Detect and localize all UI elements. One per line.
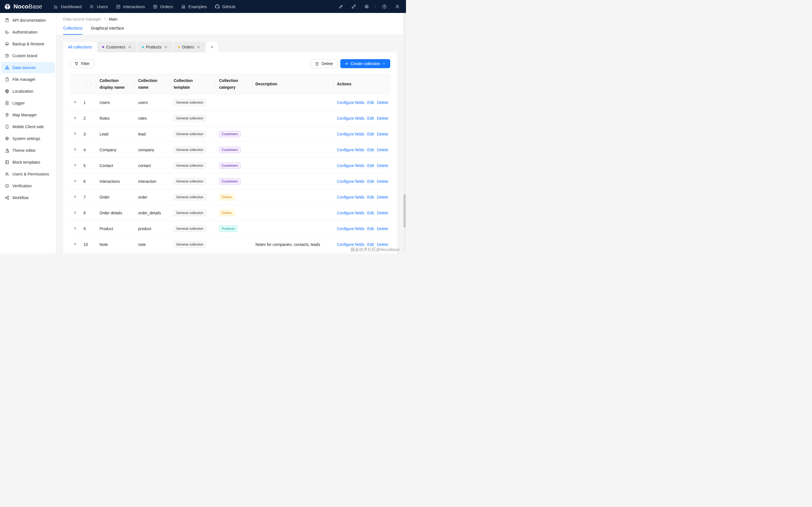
drag-handle[interactable]: [70, 163, 80, 168]
category-tag: Products: [219, 226, 238, 232]
description-cell: Notes for companies, contacts, leads: [252, 242, 334, 247]
drag-handle[interactable]: [70, 179, 80, 184]
row-number: 7: [80, 195, 96, 200]
drag-handle[interactable]: [70, 131, 80, 136]
highlight-button[interactable]: [336, 2, 345, 11]
drag-handle[interactable]: [70, 147, 80, 152]
select-all-checkbox[interactable]: [86, 82, 91, 86]
nav-item-github[interactable]: GitHub: [211, 0, 239, 13]
create-collection-button[interactable]: Create collection: [340, 59, 390, 68]
delete-link[interactable]: Delete: [377, 163, 388, 168]
collection-tab-products[interactable]: Products: [137, 42, 172, 52]
collection-tab-all-collections[interactable]: All collections: [63, 42, 97, 52]
edit-link[interactable]: Edit: [367, 100, 374, 105]
drag-handle[interactable]: [70, 242, 80, 247]
sidebar-item-mobile-client-side[interactable]: Mobile Client-side: [1, 121, 55, 132]
sidebar-item-map-manager[interactable]: Map Manager: [1, 109, 55, 121]
configure-fields-link[interactable]: Configure fields: [337, 242, 364, 247]
edit-link[interactable]: Edit: [367, 226, 374, 231]
column-header-description: Description: [252, 80, 334, 87]
sidebar-item-label: Block templates: [12, 160, 40, 165]
drag-handle[interactable]: [70, 210, 80, 216]
configure-fields-link[interactable]: Configure fields: [337, 100, 364, 105]
tab-graphical-interface[interactable]: Graphical interface: [91, 26, 124, 35]
edit-link[interactable]: Edit: [367, 195, 374, 200]
add-collection-tab-button[interactable]: +: [206, 42, 218, 52]
tab-menu-button[interactable]: [128, 45, 132, 49]
sidebar-item-custom-brand[interactable]: Custom brand: [1, 50, 55, 61]
edit-link[interactable]: Edit: [367, 163, 374, 168]
configure-fields-link[interactable]: Configure fields: [337, 211, 364, 215]
collection-tab-customers[interactable]: Customers: [98, 42, 137, 52]
edit-link[interactable]: Edit: [367, 242, 374, 247]
edit-link[interactable]: Edit: [367, 148, 374, 152]
sidebar-item-workflow[interactable]: Workflow: [1, 192, 55, 203]
edit-link[interactable]: Edit: [367, 179, 374, 184]
drag-handle[interactable]: [70, 226, 80, 231]
configure-fields-link[interactable]: Configure fields: [337, 148, 364, 152]
edit-link[interactable]: Edit: [367, 132, 374, 136]
sidebar-item-verification[interactable]: Verification: [1, 180, 55, 191]
sidebar-item-label: Verification: [12, 184, 32, 188]
drag-handle[interactable]: [70, 100, 80, 105]
api-button[interactable]: [349, 2, 358, 11]
configure-fields-link[interactable]: Configure fields: [337, 226, 364, 231]
template-tag: General collection: [174, 100, 206, 106]
delete-button[interactable]: Delete: [310, 59, 337, 68]
scrollbar-track[interactable]: [403, 13, 406, 253]
nav-item-examples[interactable]: Examples: [177, 0, 211, 13]
nocobase-logo[interactable]: NocoBase: [0, 3, 42, 10]
nav-item-interactions[interactable]: Interactions: [112, 0, 149, 13]
configure-fields-link[interactable]: Configure fields: [337, 116, 364, 121]
collection-name: interaction: [135, 179, 170, 184]
collection-display-name: Company: [96, 148, 135, 152]
nav-item-users[interactable]: Users: [86, 0, 112, 13]
setting-button[interactable]: [362, 2, 371, 11]
sidebar-item-theme-editor[interactable]: Theme editor: [1, 145, 55, 156]
scrollbar-thumb[interactable]: [403, 194, 406, 228]
configure-fields-link[interactable]: Configure fields: [337, 163, 364, 168]
configure-fields-link[interactable]: Configure fields: [337, 179, 364, 184]
nav-item-dashboard[interactable]: Dashboard: [50, 0, 86, 13]
delete-link[interactable]: Delete: [377, 132, 388, 136]
sidebar-item-system-settings[interactable]: System settings: [1, 133, 55, 144]
tab-menu-button[interactable]: [197, 45, 200, 49]
delete-link[interactable]: Delete: [377, 242, 388, 247]
collection-name: company: [135, 148, 170, 152]
sidebar-item-data-sources[interactable]: Data sources: [1, 62, 55, 73]
collection-name: note: [135, 242, 170, 247]
sidebar-item-users-permissions[interactable]: Users & Permissions: [1, 168, 55, 180]
edit-link[interactable]: Edit: [367, 116, 374, 121]
delete-link[interactable]: Delete: [377, 211, 388, 215]
delete-link[interactable]: Delete: [377, 116, 388, 121]
sidebar-item-backup-restore[interactable]: Backup & Restore: [1, 38, 55, 50]
sidebar-item-logger[interactable]: Logger: [1, 98, 55, 109]
collection-tab-orders[interactable]: Orders: [173, 42, 205, 52]
sidebar-item-authentication[interactable]: Authentication: [1, 26, 55, 38]
tab-menu-button[interactable]: [164, 45, 168, 49]
collections-table: Collection display nameCollection nameCo…: [70, 73, 390, 252]
category-dot: [178, 46, 180, 48]
delete-link[interactable]: Delete: [377, 100, 388, 105]
delete-link[interactable]: Delete: [377, 179, 388, 184]
user-button[interactable]: [393, 2, 402, 11]
configure-fields-link[interactable]: Configure fields: [337, 132, 364, 136]
tab-collections[interactable]: Collections: [63, 26, 82, 35]
collection-category-cell: Orders: [216, 194, 252, 200]
sidebar-item-localization[interactable]: Localization: [1, 86, 55, 97]
collection-display-name: Roles: [96, 116, 135, 121]
delete-link[interactable]: Delete: [377, 195, 388, 200]
configure-fields-link[interactable]: Configure fields: [337, 195, 364, 200]
drag-handle[interactable]: [70, 116, 80, 121]
filter-button[interactable]: Filter: [70, 59, 94, 68]
edit-link[interactable]: Edit: [367, 211, 374, 215]
delete-link[interactable]: Delete: [377, 226, 388, 231]
sidebar-item-block-templates[interactable]: Block templates: [1, 157, 55, 168]
drag-handle[interactable]: [70, 194, 80, 200]
nav-item-orders[interactable]: Orders: [149, 0, 177, 13]
sidebar-item-file-manager[interactable]: File manager: [1, 74, 55, 85]
sidebar-item-api-documentation[interactable]: API documentation: [1, 15, 55, 26]
question-circle-button[interactable]: [380, 2, 389, 11]
breadcrumb-parent[interactable]: Data source manager: [63, 17, 101, 21]
delete-link[interactable]: Delete: [377, 148, 388, 152]
